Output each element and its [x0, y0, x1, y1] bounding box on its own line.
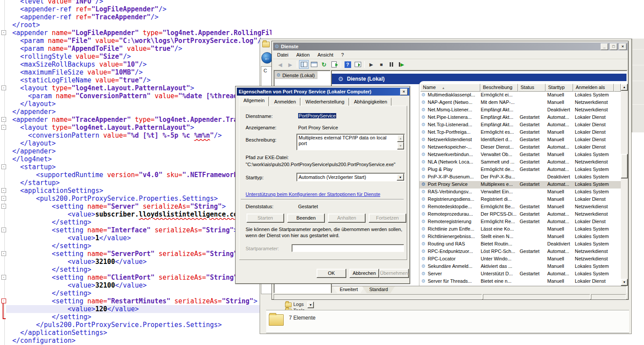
- column-header-Beschreibung[interactable]: Beschreibung: [480, 84, 518, 92]
- close-button[interactable]: ×: [619, 43, 626, 50]
- fold-collapse-icon[interactable]: -: [1, 164, 6, 169]
- fold-collapse-icon[interactable]: -: [1, 251, 6, 256]
- column-header-blank[interactable]: [614, 84, 621, 92]
- service-logon-as: Lokales System: [575, 241, 619, 246]
- menu-datei[interactable]: Datei: [273, 51, 292, 58]
- code-line: </configuration>: [12, 337, 271, 345]
- desc-scroll-up-icon[interactable]: ▲: [397, 135, 404, 142]
- service-row[interactable]: ⚙RemoteregistrierungErmöglicht Re...Gest…: [419, 218, 621, 226]
- service-row[interactable]: ⚙Netzwerkspeicher-...Dieser Dienst...Ges…: [419, 144, 621, 151]
- ok-button[interactable]: OK: [317, 269, 346, 278]
- service-row[interactable]: ⚙Net.Msmq-Listener...Empfängt Akt...Deak…: [419, 107, 621, 114]
- column-header-Starttyp[interactable]: Starttyp: [545, 84, 573, 92]
- services-titlebar[interactable]: ⚙ Dienste _ □ ×: [273, 43, 628, 50]
- dialog-close-button[interactable]: ×: [400, 89, 408, 95]
- service-row[interactable]: ⚙RAS-Verbindungsv...Verwaltet Ein...Manu…: [419, 189, 621, 196]
- export-list-icon[interactable]: [330, 60, 338, 68]
- service-row[interactable]: ⚙Port Proxy ServiceMultiplexes e...Gesta…: [419, 181, 621, 189]
- scroll-up-button[interactable]: ▲: [621, 84, 628, 91]
- forward-icon[interactable]: ►: [286, 60, 295, 68]
- service-row[interactable]: ⚙NAP-Agent (Netwo...Mit dem NAP-...Manue…: [419, 99, 621, 107]
- tab-abhängigkeiten[interactable]: Abhängigkeiten: [350, 98, 392, 106]
- code-area[interactable]: <level value="INFO"/> <appender-ref ref=…: [12, 0, 271, 345]
- service-row[interactable]: ⚙Server für Threads...Bietet eine n...Ma…: [419, 278, 621, 285]
- dialog-titlebar[interactable]: Eigenschaften von Port Proxy Service (Lo…: [237, 88, 409, 96]
- tree-item-logs[interactable]: Logs: [293, 302, 304, 307]
- desc-scroll-down-icon[interactable]: ▼: [397, 142, 404, 149]
- properties-icon[interactable]: [310, 60, 318, 68]
- show-action-pane-icon[interactable]: [353, 60, 362, 68]
- refresh-icon[interactable]: ↻: [320, 60, 328, 68]
- fold-collapse-icon[interactable]: -: [1, 30, 6, 35]
- service-row[interactable]: ⚙Netzwerkverbindun...Verwaltet Ob...Gest…: [419, 151, 621, 159]
- fold-collapse-icon[interactable]: -: [1, 125, 6, 130]
- service-row[interactable]: ⚙Net.Pipe-Listenera...Empfängt Akt...Ges…: [419, 114, 621, 121]
- service-row[interactable]: ⚙Registrierungsdiens...Registriert di...…: [419, 196, 621, 203]
- service-starttype: Manuell: [547, 92, 574, 97]
- stop-service-icon[interactable]: ■: [377, 60, 386, 68]
- menu-ansicht[interactable]: Ansicht: [313, 51, 337, 58]
- service-row[interactable]: ⚙Sekundäre Anmeld...Aktiviert das ...Man…: [419, 263, 621, 270]
- start-service-icon[interactable]: ▶: [367, 60, 376, 68]
- service-status: Gestartet: [520, 249, 546, 254]
- service-row[interactable]: ⚙Net.Tcp-Portfreiga...Ermöglicht es...Ge…: [419, 129, 621, 136]
- fold-collapse-icon[interactable]: -: [1, 188, 6, 193]
- service-row[interactable]: ⚙Routing und RASBietet Routin...Deaktivi…: [419, 241, 621, 248]
- address-dropdown-button[interactable]: ▼: [307, 302, 314, 308]
- tab-allgemein[interactable]: Allgemein: [239, 96, 269, 106]
- menu-aktion[interactable]: Aktion: [292, 51, 314, 58]
- view-tab-erweitert[interactable]: Erweitert: [333, 286, 365, 293]
- fold-collapse-icon[interactable]: -: [1, 275, 6, 280]
- startup-options-help-link[interactable]: Unterstützung beim Konfigurieren der Sta…: [246, 192, 380, 197]
- service-row[interactable]: ⚙NLA (Network Loca...Sammelt und ...Gest…: [419, 159, 621, 166]
- scroll-down-button[interactable]: ▼: [621, 279, 628, 286]
- service-row[interactable]: ⚙ServerUnterstützt D...GestartetAutomat.…: [419, 270, 621, 278]
- service-row[interactable]: ⚙Multimediaklassenpl...Ermöglicht ei...M…: [419, 92, 621, 99]
- fold-collapse-icon[interactable]: -: [1, 85, 6, 90]
- service-row[interactable]: ⚙Remoteprozedurau...Der RPCSS-Di...Gesta…: [419, 211, 621, 218]
- column-header-Name[interactable]: Name▲: [420, 84, 480, 92]
- service-row[interactable]: ⚙PnP-X-IP-Busenum...Der PnP-X-Bu...Deakt…: [419, 174, 621, 181]
- tree-item-services-local[interactable]: ⚙ Dienste (Lokal): [275, 72, 317, 78]
- start-type-combobox[interactable]: Automatisch (Verzögerter Start) ▼: [296, 173, 405, 181]
- fold-collapse-icon[interactable]: -: [1, 204, 6, 209]
- start-params-input[interactable]: [292, 244, 404, 252]
- maximize-button[interactable]: □: [610, 43, 617, 50]
- restart-service-icon[interactable]: ▶: [397, 60, 406, 68]
- tree-folder-icon[interactable]: [285, 302, 292, 307]
- code-line: <value>120</value>: [6, 305, 271, 313]
- view-tab-standard[interactable]: Standard: [362, 286, 395, 293]
- service-row[interactable]: ⚙Richtlinienergebniss...Stellt einen N..…: [419, 233, 621, 241]
- combo-dropdown-icon[interactable]: ▼: [397, 174, 404, 181]
- service-row[interactable]: ⚙Remotedesktopdie...Ermöglicht Be...Gest…: [419, 203, 621, 211]
- service-logon-as: Lokales System: [575, 92, 619, 97]
- service-row[interactable]: ⚙Plug & PlayErmöglicht de...GestartetAut…: [419, 166, 621, 174]
- xml-editor[interactable]: ------------ <level value="INFO"/> <appe…: [0, 0, 271, 345]
- help-icon[interactable]: ?: [343, 60, 352, 68]
- column-header-Status[interactable]: Status: [518, 84, 545, 92]
- description-field[interactable]: Multiplexes external TCP/IP data on loca…: [296, 134, 405, 150]
- menu-q[interactable]: ?: [337, 51, 348, 58]
- column-header-Anmelden als[interactable]: Anmelden als: [573, 84, 614, 92]
- show-console-tree-icon[interactable]: [299, 60, 308, 68]
- fold-collapse-icon[interactable]: -: [1, 196, 6, 201]
- stop-button[interactable]: Beenden: [287, 213, 325, 223]
- service-row[interactable]: ⚙RPC-LocatorUnter Windo...ManuellNetzwer…: [419, 256, 621, 263]
- vertical-scrollbar[interactable]: ▲ ▼: [621, 84, 628, 286]
- minimize-button[interactable]: _: [601, 43, 608, 50]
- back-icon[interactable]: ◄: [276, 60, 285, 68]
- pause-service-icon[interactable]: [387, 60, 396, 68]
- scrollbar-thumb[interactable]: [621, 154, 628, 178]
- service-row[interactable]: ⚙RPC-Endpunktzuor...Löst RPC-Sch...Gesta…: [419, 248, 621, 256]
- fold-collapse-icon[interactable]: -: [1, 299, 6, 303]
- fold-collapse-icon[interactable]: -: [1, 117, 6, 122]
- service-row[interactable]: ⚙NetzwerklistendienstIdentifiziert d...G…: [419, 136, 621, 144]
- service-gear-icon: ⚙: [421, 152, 426, 157]
- service-row[interactable]: ⚙Richtlinie zum Entfe...Lässt eine Ko...…: [419, 226, 621, 233]
- fold-collapse-icon[interactable]: -: [1, 228, 6, 232]
- cancel-button[interactable]: Abbrechen: [349, 269, 379, 278]
- tab-anmelden[interactable]: Anmelden: [270, 98, 300, 106]
- service-row[interactable]: ⚙Net.Tcp-Listenerad...Empfängt Akt...Ges…: [419, 121, 621, 129]
- tab-wiederherstellung[interactable]: Wiederherstellung: [301, 98, 349, 106]
- fold-guide-line: [4, 0, 5, 345]
